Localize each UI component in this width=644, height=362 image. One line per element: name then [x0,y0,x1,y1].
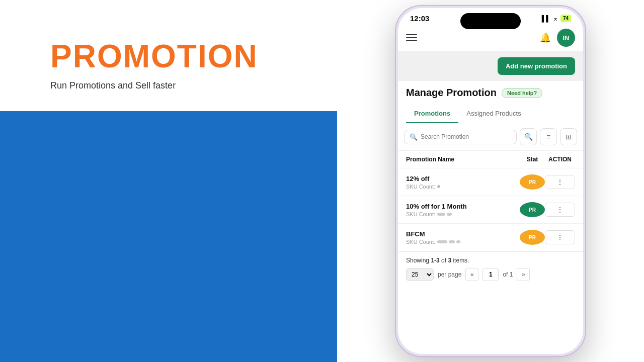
column-name-header: Promotion Name [406,156,520,163]
add-new-promotion-button[interactable]: Add new promotion [498,57,575,75]
current-page-box: 1 [482,268,499,281]
row-name-group: 10% off for 1 Month SKU Count: [406,203,520,217]
status-badge: PR [520,174,545,190]
manage-title-row: Manage Promotion Need help? [406,87,575,99]
search-button[interactable]: 🔍 [520,128,537,145]
per-page-label: per page [438,271,461,278]
table-row: 10% off for 1 Month SKU Count: PR ⋮ [398,196,583,224]
signal-icon: ▌▌ [542,15,550,22]
promotions-table: Promotion Name Stat ACTION 12% off SKU C… [398,151,583,251]
page-of-text: of 1 [503,271,513,278]
search-input[interactable] [421,133,511,140]
sku-pill [449,240,455,243]
row-name-group: 12% off SKU Count: [406,175,520,190]
first-page-button[interactable]: « [465,268,478,281]
phone-screen: 12:03 ▌▌ ⌅ 74 🔔 IN [398,8,583,354]
need-help-badge[interactable]: Need help? [502,88,542,98]
left-top-section: PROMOTION Run Promotions and Sell faster [0,0,337,111]
showing-text: Showing 1-3 of 3 items. [406,257,575,264]
search-input-wrapper: 🔍 [404,130,517,144]
last-page-button[interactable]: » [517,268,530,281]
manage-header: Manage Promotion Need help? Promotions A… [398,81,583,123]
status-badge: PR [520,202,545,217]
table-row: BFCM SKU Count: PR ⋮ [398,224,583,251]
columns-button[interactable]: ⊞ [560,128,577,145]
promotion-subtitle: Run Promotions and Sell faster [50,80,307,91]
sku-dot [437,185,440,188]
filter-button[interactable]: ≡ [540,128,557,145]
battery-badge: 74 [560,15,571,22]
tab-promotions[interactable]: Promotions [406,105,458,123]
wifi-icon: ⌅ [553,15,558,22]
left-blue-section [0,111,337,362]
row-more-button[interactable]: ⋮ [545,175,575,189]
status-time: 12:03 [410,14,429,23]
sku-pills [437,240,460,243]
phone-shell: 12:03 ▌▌ ⌅ 74 🔔 IN [395,5,586,357]
notification-bell-icon[interactable]: 🔔 [540,32,551,43]
sku-pill [437,213,445,216]
row-more-button[interactable]: ⋮ [545,203,575,217]
pagination-section: Showing 1-3 of 3 items. 25 50 100 per pa… [398,251,583,286]
left-panel: PROMOTION Run Promotions and Sell faster [0,0,337,362]
hamburger-menu-button[interactable] [406,34,417,41]
nav-right: 🔔 IN [540,29,575,47]
manage-promotion-title: Manage Promotion [406,87,497,99]
sku-count: SKU Count: [406,239,520,245]
main-content: Add new promotion Manage Promotion Need … [398,51,583,286]
status-icons: ▌▌ ⌅ 74 [542,15,571,22]
pagination-controls: 25 50 100 per page « 1 of 1 » [406,268,575,281]
row-more-button[interactable]: ⋮ [545,230,575,244]
promotion-title: PROMOTION [50,40,307,72]
sku-pill [447,213,452,216]
promotion-name: BFCM [406,230,520,238]
page-header: Add new promotion [398,51,583,81]
search-icon: 🔍 [410,133,418,141]
search-bar-row: 🔍 🔍 ≡ ⊞ [398,123,583,151]
dynamic-island [460,13,521,29]
sku-pill [437,240,447,243]
promotion-name: 12% off [406,175,520,183]
tab-assigned-products[interactable]: Assigned Products [458,105,529,123]
status-badge: PR [520,230,545,245]
status-bar: 12:03 ▌▌ ⌅ 74 [398,8,583,25]
column-status-header: Stat [520,156,545,163]
tabs-container: Promotions Assigned Products [406,105,575,123]
table-header: Promotion Name Stat ACTION [398,151,583,168]
avatar[interactable]: IN [557,29,575,47]
column-action-header: ACTION [545,156,575,163]
sku-count: SKU Count: [406,211,520,217]
sku-pills [437,213,452,216]
row-name-group: BFCM SKU Count: [406,230,520,245]
per-page-select[interactable]: 25 50 100 [406,268,434,281]
sku-pill [456,240,460,243]
right-panel: 12:03 ▌▌ ⌅ 74 🔔 IN [337,0,644,362]
sku-count: SKU Count: [406,184,520,190]
table-row: 12% off SKU Count: PR ⋮ [398,168,583,196]
promotion-name: 10% off for 1 Month [406,203,520,210]
